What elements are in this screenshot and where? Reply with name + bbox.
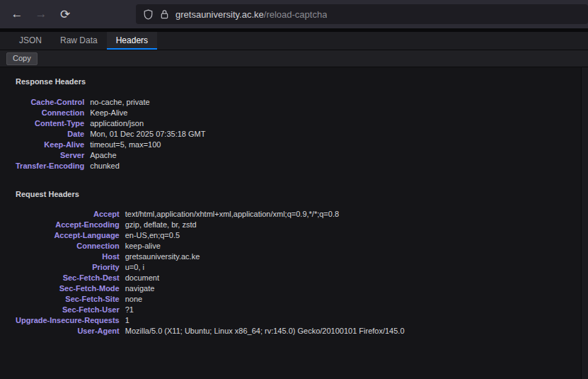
header-row: Sec-Fetch-User ?1 xyxy=(16,305,405,315)
url-path: /reload-captcha xyxy=(264,9,328,20)
header-value: Mozilla/5.0 (X11; Ubuntu; Linux x86_64; … xyxy=(125,326,405,336)
header-row: Server Apache xyxy=(16,150,205,161)
header-value: no-cache, private xyxy=(90,97,205,108)
header-name: User-Agent xyxy=(16,326,125,336)
header-row: Accept text/html,application/xhtml+xml,a… xyxy=(16,209,405,220)
header-row: Sec-Fetch-Site none xyxy=(16,294,405,305)
tab-headers[interactable]: Headers xyxy=(107,32,157,50)
shield-icon[interactable] xyxy=(143,9,154,20)
header-name: Sec-Fetch-User xyxy=(16,305,125,315)
header-row: Upgrade-Insecure-Requests 1 xyxy=(16,315,405,326)
request-headers-list: Accept text/html,application/xhtml+xml,a… xyxy=(16,209,405,336)
vertical-scrollbar[interactable] xyxy=(581,67,588,379)
header-value: u=0, i xyxy=(125,262,405,273)
url-text: gretsauniversity.ac.ke/reload-captcha xyxy=(175,9,327,20)
lock-icon[interactable] xyxy=(160,9,169,19)
header-name: Sec-Fetch-Site xyxy=(16,294,125,305)
header-row: Keep-Alive timeout=5, max=100 xyxy=(16,140,205,150)
header-name: Accept xyxy=(16,209,125,220)
forward-button[interactable]: → xyxy=(31,4,51,24)
header-row: Date Mon, 01 Dec 2025 07:35:18 GMT xyxy=(16,129,205,140)
header-name: Accept-Language xyxy=(16,230,125,241)
header-name: Priority xyxy=(16,262,125,273)
header-row: Accept-Encoding gzip, deflate, br, zstd xyxy=(16,220,405,230)
copy-button[interactable]: Copy xyxy=(6,52,38,65)
url-bar[interactable]: gretsauniversity.ac.ke/reload-captcha xyxy=(136,4,588,24)
header-row: Sec-Fetch-Mode navigate xyxy=(16,283,405,294)
header-name: Cache-Control xyxy=(16,97,90,108)
url-host: gretsauniversity.ac.ke xyxy=(175,9,264,20)
header-value: gzip, deflate, br, zstd xyxy=(125,220,405,230)
tab-json[interactable]: JSON xyxy=(10,32,51,50)
reload-button[interactable]: ⟳ xyxy=(55,4,75,24)
header-value: chunked xyxy=(90,161,205,171)
headers-panel: Response Headers Cache-Control no-cache,… xyxy=(0,67,588,379)
header-name: Sec-Fetch-Mode xyxy=(16,283,125,294)
browser-toolbar: ← → ⟳ gretsauniversity.ac.ke/reload-capt… xyxy=(0,0,588,28)
header-value: Apache xyxy=(90,150,205,161)
header-name: Sec-Fetch-Dest xyxy=(16,273,125,283)
header-name: Connection xyxy=(16,108,90,118)
response-headers-list: Cache-Control no-cache, private Connecti… xyxy=(16,97,205,171)
header-row: User-Agent Mozilla/5.0 (X11; Ubuntu; Lin… xyxy=(16,326,405,336)
header-value: Keep-Alive xyxy=(90,108,205,118)
header-name: Accept-Encoding xyxy=(16,220,125,230)
header-row: Connection keep-alive xyxy=(16,241,405,251)
browser-window: ← → ⟳ gretsauniversity.ac.ke/reload-capt… xyxy=(0,0,588,379)
request-headers-title: Request Headers xyxy=(16,190,575,198)
response-headers-section: Response Headers Cache-Control no-cache,… xyxy=(16,77,575,171)
header-name: Server xyxy=(16,150,90,161)
header-value: en-US,en;q=0.5 xyxy=(125,230,405,241)
header-value: Mon, 01 Dec 2025 07:35:18 GMT xyxy=(90,129,205,140)
headers-toolbar: Copy xyxy=(0,50,588,67)
header-name: Upgrade-Insecure-Requests xyxy=(16,315,125,326)
header-value: ?1 xyxy=(125,305,405,315)
header-value: application/json xyxy=(90,118,205,129)
header-row: Cache-Control no-cache, private xyxy=(16,97,205,108)
header-value: gretsauniversity.ac.ke xyxy=(125,251,405,262)
back-button[interactable]: ← xyxy=(7,4,27,24)
header-value: document xyxy=(125,273,405,283)
tab-raw-data[interactable]: Raw Data xyxy=(51,32,107,50)
response-headers-title: Response Headers xyxy=(16,77,575,86)
header-name: Date xyxy=(16,129,90,140)
header-name: Content-Type xyxy=(16,118,90,129)
header-name: Transfer-Encoding xyxy=(16,161,90,171)
header-value: 1 xyxy=(125,315,405,326)
response-headers-table: Cache-Control no-cache, private Connecti… xyxy=(16,97,205,171)
json-viewer-tabbar: JSON Raw Data Headers xyxy=(0,32,588,50)
header-name: Connection xyxy=(16,241,125,251)
request-headers-table: Accept text/html,application/xhtml+xml,a… xyxy=(16,209,405,336)
header-row: Sec-Fetch-Dest document xyxy=(16,273,405,283)
header-value: navigate xyxy=(125,283,405,294)
header-value: none xyxy=(125,294,405,305)
header-value: timeout=5, max=100 xyxy=(90,140,205,150)
header-value: keep-alive xyxy=(125,241,405,251)
header-row: Connection Keep-Alive xyxy=(16,108,205,118)
request-headers-section: Request Headers Accept text/html,applica… xyxy=(16,190,575,336)
header-row: Content-Type application/json xyxy=(16,118,205,129)
header-row: Transfer-Encoding chunked xyxy=(16,161,205,171)
header-name: Host xyxy=(16,251,125,262)
header-value: text/html,application/xhtml+xml,applicat… xyxy=(125,209,405,220)
header-row: Host gretsauniversity.ac.ke xyxy=(16,251,405,262)
header-row: Accept-Language en-US,en;q=0.5 xyxy=(16,230,405,241)
header-row: Priority u=0, i xyxy=(16,262,405,273)
header-name: Keep-Alive xyxy=(16,140,90,150)
